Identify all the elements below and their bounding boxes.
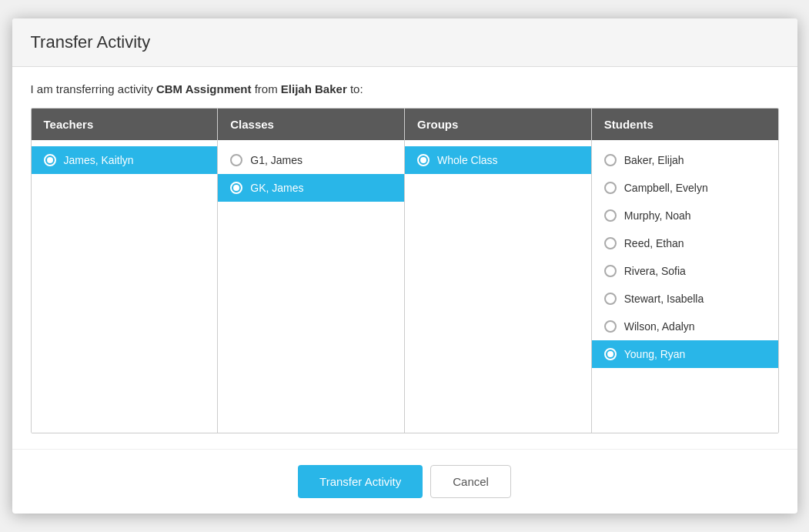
list-item[interactable]: Wilson, Adalyn: [592, 313, 778, 340]
list-item[interactable]: Whole Class: [405, 146, 591, 174]
radio-circle: [44, 154, 56, 166]
columns-container: Teachers James, Kaitlyn Classes: [31, 108, 779, 433]
radio-dot: [233, 185, 239, 191]
groups-column-header: Groups: [405, 109, 591, 140]
radio-circle: [604, 265, 617, 277]
transfer-activity-dialog: Transfer Activity I am transferring acti…: [12, 18, 797, 514]
radio-dot: [607, 351, 613, 357]
cancel-button[interactable]: Cancel: [430, 465, 511, 498]
radio-circle: [604, 209, 617, 222]
radio-circle: [417, 154, 430, 166]
classes-column-body: G1, James GK, James: [218, 140, 404, 433]
radio-dot: [47, 157, 53, 163]
list-item[interactable]: Murphy, Noah: [592, 202, 778, 229]
transfer-activity-button[interactable]: Transfer Activity: [298, 465, 423, 498]
list-item[interactable]: Reed, Ethan: [592, 229, 778, 257]
radio-circle: [604, 182, 617, 194]
list-item[interactable]: GK, James: [218, 174, 404, 202]
classes-column: Classes G1, James GK, James: [218, 109, 405, 433]
radio-circle: [230, 154, 242, 166]
radio-circle: [604, 348, 617, 360]
list-item[interactable]: Stewart, Isabella: [592, 285, 778, 313]
list-item[interactable]: Campbell, Evelyn: [592, 174, 778, 202]
students-column-body: Baker, Elijah Campbell, Evelyn Murphy, N…: [592, 140, 778, 433]
list-item[interactable]: Baker, Elijah: [592, 146, 778, 174]
radio-dot: [420, 157, 426, 163]
radio-circle: [604, 154, 617, 166]
teachers-column: Teachers James, Kaitlyn: [32, 109, 219, 433]
teachers-column-header: Teachers: [32, 109, 218, 140]
dialog-header: Transfer Activity: [12, 18, 797, 67]
radio-circle: [604, 293, 617, 305]
dialog-footer: Transfer Activity Cancel: [12, 449, 797, 514]
students-column-header: Students: [592, 109, 778, 140]
list-item[interactable]: Young, Ryan: [592, 340, 778, 368]
teachers-column-body: James, Kaitlyn: [32, 140, 218, 433]
groups-column-body: Whole Class: [405, 140, 591, 433]
list-item[interactable]: G1, James: [218, 146, 404, 174]
radio-circle: [604, 320, 617, 333]
list-item[interactable]: Rivera, Sofia: [592, 257, 778, 285]
classes-column-header: Classes: [218, 109, 404, 140]
groups-column: Groups Whole Class: [405, 109, 592, 433]
students-column: Students Baker, Elijah Campbell, Evelyn …: [592, 109, 778, 433]
list-item[interactable]: James, Kaitlyn: [32, 146, 218, 174]
transfer-info: I am transferring activity CBM Assignmen…: [31, 82, 779, 95]
dialog-title: Transfer Activity: [31, 32, 779, 52]
dialog-body: I am transferring activity CBM Assignmen…: [12, 67, 797, 449]
radio-circle: [230, 182, 242, 194]
radio-circle: [604, 237, 617, 249]
